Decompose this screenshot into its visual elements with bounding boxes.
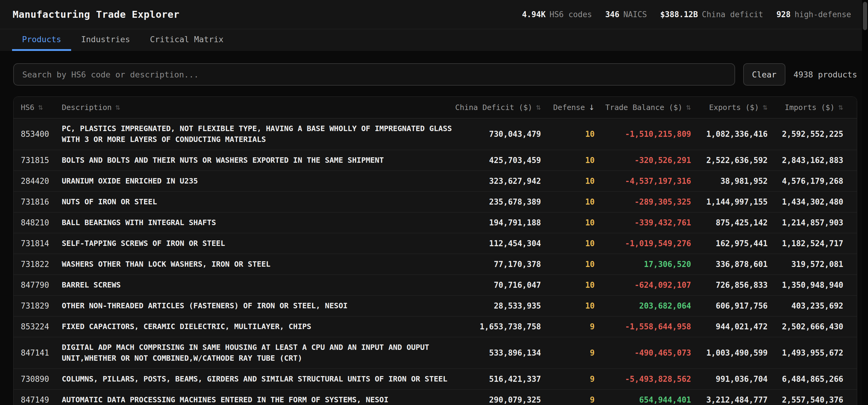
china-deficit-cell: 112,454,304 — [476, 238, 541, 249]
table-row[interactable]: 731822 WASHERS OTHER THAN LOCK WASHERS, … — [13, 254, 857, 275]
column-header-trade-balance[interactable]: Trade Balance ($) ⇅ — [595, 103, 691, 112]
china-deficit-cell: 194,791,188 — [476, 217, 541, 228]
stat-label: China deficit — [702, 10, 764, 19]
products-table: HS6 ⇅ Description ⇅ China Deficit ($) ⇅ … — [13, 96, 857, 405]
description-cell: BOLTS AND BOLTS AND THEIR NUTS OR WASHER… — [62, 155, 476, 166]
china-deficit-cell: 533,896,134 — [476, 347, 541, 358]
table-row[interactable]: 853224 FIXED CAPACITORS, CERAMIC DIELECT… — [13, 316, 857, 337]
trade-balance-cell: -339,432,761 — [595, 217, 691, 228]
sort-icon: ⇅ — [838, 104, 843, 111]
defense-cell: 10 — [541, 196, 595, 207]
tab-products[interactable]: Products — [12, 29, 71, 51]
imports-cell: 2,557,540,376 — [768, 395, 857, 405]
exports-cell: 1,003,490,599 — [691, 347, 768, 358]
column-label: Imports ($) — [785, 103, 835, 112]
exports-cell: 606,917,756 — [691, 301, 768, 311]
hs6-cell: 848210 — [13, 217, 62, 228]
sort-desc-icon: ↓ — [589, 103, 595, 112]
defense-cell: 10 — [541, 238, 595, 249]
table-body: 853400 PC, PLASTICS IMPREGNATED, NOT FLE… — [13, 118, 857, 405]
stat-naics: 346 NAICS — [605, 10, 647, 19]
column-label: Trade Balance ($) — [605, 103, 682, 112]
table-row[interactable]: 731815 BOLTS AND BOLTS AND THEIR NUTS OR… — [13, 150, 857, 171]
stat-label: high-defense — [795, 10, 851, 19]
table-header-row: HS6 ⇅ Description ⇅ China Deficit ($) ⇅ … — [13, 97, 857, 118]
table-row[interactable]: 284420 URANIUM OXIDE ENRICHED IN U235 32… — [13, 171, 857, 192]
column-header-china-deficit[interactable]: China Deficit ($) ⇅ — [476, 103, 541, 112]
sort-icon: ⇅ — [116, 104, 121, 111]
search-input[interactable] — [13, 63, 735, 86]
hs6-cell: 853400 — [13, 129, 62, 139]
page-title: Manufacturing Trade Explorer — [13, 9, 179, 20]
imports-cell: 2,502,666,430 — [768, 321, 857, 332]
column-label: Defense — [553, 103, 585, 112]
page-scrollbar-thumb[interactable] — [863, 2, 867, 30]
sort-icon: ⇅ — [686, 104, 691, 111]
trade-balance-cell: -320,526,291 — [595, 155, 691, 166]
table-row[interactable]: 730890 COLUMNS, PILLARS, POSTS, BEAMS, G… — [13, 369, 857, 390]
table-row[interactable]: 731829 OTHER NON-THREADED ARTICLES (FAST… — [13, 295, 857, 316]
trade-balance-cell: 17,306,520 — [595, 259, 691, 270]
trade-balance-cell: -490,465,073 — [595, 347, 691, 358]
trade-balance-cell: -1,019,549,276 — [595, 238, 691, 249]
hs6-cell: 847141 — [13, 347, 62, 358]
column-header-description[interactable]: Description ⇅ — [62, 103, 476, 112]
exports-cell: 336,878,601 — [691, 259, 768, 270]
imports-cell: 1,350,948,940 — [768, 280, 857, 290]
exports-cell: 3,212,484,777 — [691, 395, 768, 405]
search-row: Clear 4938 products — [13, 63, 857, 86]
defense-cell: 10 — [541, 217, 595, 228]
main-content: Clear 4938 products HS6 ⇅ Description ⇅ … — [0, 63, 868, 405]
hs6-cell: 284420 — [13, 176, 62, 187]
exports-cell: 38,981,952 — [691, 176, 768, 187]
column-label: Description — [62, 103, 112, 112]
hs6-cell: 731815 — [13, 155, 62, 166]
description-cell: PC, PLASTICS IMPREGNATED, NOT FLEXIBLE T… — [62, 123, 476, 145]
china-deficit-cell: 323,627,942 — [476, 176, 541, 187]
description-cell: URANIUM OXIDE ENRICHED IN U235 — [62, 176, 476, 187]
column-header-hs6[interactable]: HS6 ⇅ — [13, 103, 62, 112]
table-row[interactable]: 853400 PC, PLASTICS IMPREGNATED, NOT FLE… — [13, 118, 857, 150]
tab-industries[interactable]: Industries — [71, 29, 140, 51]
imports-cell: 2,843,162,883 — [768, 155, 857, 166]
header-stats: 4.94K HS6 codes 346 NAICS $388.12B China… — [522, 10, 851, 19]
trade-balance-cell: -1,510,215,809 — [595, 129, 691, 139]
description-cell: DIGITAL ADP MACH COMPRISING IN SAME HOUS… — [62, 342, 476, 364]
china-deficit-cell: 730,043,479 — [476, 129, 541, 139]
china-deficit-cell: 235,678,389 — [476, 196, 541, 207]
hs6-cell: 731816 — [13, 196, 62, 207]
table-row[interactable]: 847141 DIGITAL ADP MACH COMPRISING IN SA… — [13, 337, 857, 369]
description-cell: WASHERS OTHER THAN LOCK WASHERS, IRON OR… — [62, 259, 476, 270]
column-label: HS6 — [21, 103, 34, 112]
defense-cell: 10 — [541, 301, 595, 311]
stat-value: $388.12B — [660, 10, 698, 19]
stat-high-defense: 928 high-defense — [776, 10, 851, 19]
stat-value: 4.94K — [522, 10, 546, 19]
description-cell: SELF-TAPPING SCREWS OF IRON OR STEEL — [62, 238, 476, 249]
table-row[interactable]: 847149 AUTOMATIC DATA PROCESSING MACHINE… — [13, 390, 857, 405]
column-header-imports[interactable]: Imports ($) ⇅ — [768, 103, 857, 112]
stat-label: HS6 codes — [550, 10, 592, 19]
trade-balance-cell: -624,092,107 — [595, 280, 691, 290]
table-row[interactable]: 731816 NUTS OF IRON OR STEEL 235,678,389… — [13, 192, 857, 213]
stat-china-deficit: $388.12B China deficit — [660, 10, 763, 19]
column-header-exports[interactable]: Exports ($) ⇅ — [691, 103, 768, 112]
imports-cell: 1,434,302,480 — [768, 196, 857, 207]
trade-balance-cell: -289,305,325 — [595, 196, 691, 207]
table-row[interactable]: 847790 BARREL SCREWS 70,716,047 10 -624,… — [13, 275, 857, 295]
defense-cell: 10 — [541, 259, 595, 270]
china-deficit-cell: 70,716,047 — [476, 280, 541, 290]
imports-cell: 319,572,081 — [768, 259, 857, 270]
imports-cell: 2,592,552,225 — [768, 129, 857, 139]
table-row[interactable]: 848210 BALL BEARINGS WITH INTEGRAL SHAFT… — [13, 213, 857, 233]
defense-cell: 9 — [541, 395, 595, 405]
tab-critical-matrix[interactable]: Critical Matrix — [140, 29, 234, 51]
imports-cell: 4,576,179,268 — [768, 176, 857, 187]
clear-button[interactable]: Clear — [743, 63, 785, 86]
column-header-defense[interactable]: Defense ↓ — [541, 103, 595, 112]
table-row[interactable]: 731814 SELF-TAPPING SCREWS OF IRON OR ST… — [13, 233, 857, 254]
column-label: China Deficit ($) — [455, 103, 532, 112]
app-header: Manufacturing Trade Explorer 4.94K HS6 c… — [0, 0, 868, 29]
column-label: Exports ($) — [709, 103, 759, 112]
result-count: 4938 products — [794, 70, 857, 79]
